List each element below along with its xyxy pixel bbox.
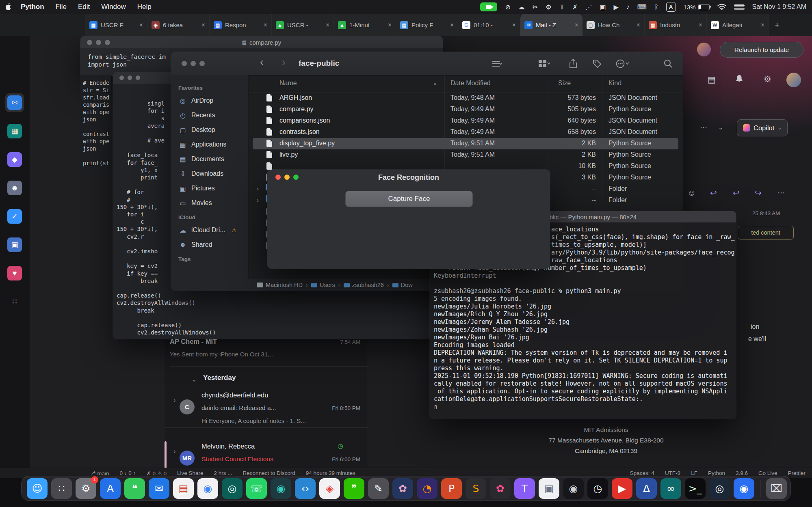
browser-tab[interactable]: ▤Policy F×: [396, 14, 458, 36]
firefox-dock-icon[interactable]: ◔: [417, 478, 437, 499]
minimize-icon[interactable]: [191, 61, 196, 66]
iterm-dock-icon[interactable]: >_: [685, 478, 706, 499]
reply-icon[interactable]: ↩: [710, 188, 717, 198]
camo-dock-icon[interactable]: ∞: [660, 478, 681, 499]
tab-close-icon[interactable]: ×: [388, 22, 392, 29]
docker-dock-icon[interactable]: ◉: [734, 478, 754, 499]
share-icon[interactable]: [569, 59, 577, 70]
disclosure-chevron-icon[interactable]: ›: [257, 185, 259, 192]
tab-close-icon[interactable]: ×: [450, 22, 454, 29]
app-store-dock-icon[interactable]: A: [100, 478, 121, 499]
sidebar-item-icloud-dri-[interactable]: ☁iCloud Dri...⚠: [171, 223, 248, 237]
photos-blue-dock-icon[interactable]: ✿: [392, 478, 413, 499]
chevron-down-icon[interactable]: ⌄: [192, 376, 197, 383]
rail-item-apps[interactable]: ∷: [5, 292, 24, 311]
control-center-icon[interactable]: [734, 4, 745, 10]
finder-toolbar[interactable]: [171, 52, 683, 76]
status-item[interactable]: 3.9.6: [736, 470, 748, 476]
blocked-content-button[interactable]: ted content: [738, 226, 794, 239]
column-header-kind[interactable]: Kind: [608, 80, 621, 87]
browser-profile-avatar[interactable]: [697, 43, 711, 56]
chevron-down-icon[interactable]: ⌄: [718, 124, 723, 131]
sidebar-item-movies[interactable]: ▭Movies: [171, 196, 248, 210]
forward-icon[interactable]: ›: [282, 56, 286, 69]
notebook-icon[interactable]: ▤: [708, 75, 716, 84]
reply-all-icon[interactable]: ↩: [733, 188, 740, 198]
input-source-icon[interactable]: A: [666, 2, 676, 12]
chrome-dock-icon[interactable]: ◉: [197, 478, 218, 499]
system-settings-dock-icon[interactable]: ⚙1: [76, 478, 96, 499]
traffic-lights[interactable]: [87, 40, 110, 45]
powerpoint-dock-icon[interactable]: P: [441, 478, 462, 499]
browser-tab[interactable]: G01:10 -×: [458, 14, 520, 36]
table-row[interactable]: contrasts.jsonToday, 9:49 AM658 bytesJSO…: [253, 127, 678, 138]
sublime-text-dock-icon[interactable]: S: [466, 478, 486, 499]
camera-in-use-indicator[interactable]: [480, 2, 497, 11]
mail-dock-icon[interactable]: ✉: [149, 478, 169, 499]
rail-item-calendar[interactable]: ▦: [5, 122, 24, 140]
browser-tab[interactable]: ◉6 takea×: [147, 14, 210, 36]
obs-dock-icon[interactable]: ◉: [563, 478, 584, 499]
tab-close-icon[interactable]: ×: [139, 22, 143, 29]
wechat-dock-icon[interactable]: ❞: [344, 478, 364, 499]
sidebar-item-downloads[interactable]: ⇩Downloads: [171, 166, 248, 181]
battery-indicator[interactable]: 13%: [684, 4, 710, 11]
steam-dock-icon[interactable]: ◎: [709, 478, 730, 499]
minimize-icon[interactable]: [128, 76, 132, 80]
table-row[interactable]: live.pyToday, 9:51 AM2 KBPython Source: [253, 149, 678, 161]
youtube-music-dock-icon[interactable]: ▶: [612, 478, 632, 499]
browser-tab[interactable]: ▦USCR F×: [85, 14, 147, 36]
zoom-icon[interactable]: [105, 40, 110, 45]
cloud-icon[interactable]: ☁: [518, 3, 525, 11]
forward-icon[interactable]: ↪: [755, 188, 762, 198]
whatsapp-dock-icon[interactable]: ☏: [246, 478, 267, 499]
status-item[interactable]: UTF-8: [665, 470, 680, 476]
table-row[interactable]: ARGH.jsonToday, 9:48 AM573 bytesJSON Doc…: [253, 93, 678, 104]
table-row[interactable]: compare.pyToday, 9:49 AM505 bytesPython …: [253, 104, 678, 115]
status-item[interactable]: LF: [691, 470, 697, 476]
menu-app-name[interactable]: Python: [21, 3, 44, 11]
menu-bar-clock[interactable]: Sat Nov 1 9:52 AM: [752, 3, 806, 11]
sidebar-item-airdrop[interactable]: ◎AirDrop: [171, 93, 248, 108]
upload-icon[interactable]: ⇧: [559, 3, 565, 11]
camera-app-dock-icon[interactable]: ◉: [271, 478, 291, 499]
face-recognition-dialog[interactable]: Face Recognition Capture Face: [267, 170, 550, 269]
tab-close-icon[interactable]: ×: [326, 22, 329, 29]
column-header-size[interactable]: Size: [558, 80, 571, 87]
clock-app-dock-icon[interactable]: ◷: [587, 478, 608, 499]
tab-close-icon[interactable]: ×: [637, 22, 640, 29]
rail-item-loop[interactable]: ◆: [5, 150, 24, 169]
sidebar-item-applications[interactable]: ▦Applications: [171, 137, 248, 152]
list-view-icon[interactable]: [492, 60, 502, 69]
status-item[interactable]: Python: [708, 470, 725, 476]
gear-icon[interactable]: ⚙: [546, 3, 551, 11]
table-row[interactable]: display_top_five.pyToday, 9:51 AM2 KBPyt…: [253, 138, 678, 149]
browser-tab[interactable]: ▲1-Minut×: [334, 14, 396, 36]
windows-icon[interactable]: ▣: [600, 3, 606, 11]
browser-tab[interactable]: ✉Mail - Z×: [520, 14, 582, 36]
rail-item-mail[interactable]: ✉: [5, 93, 24, 112]
copilot-button[interactable]: Copilot ⌄: [737, 119, 788, 136]
twitch-dock-icon[interactable]: T: [514, 478, 535, 499]
column-headers[interactable]: Name ∧ Date Modified Size Kind: [249, 75, 683, 93]
sidebar-item-desktop[interactable]: ▢Desktop: [171, 123, 248, 137]
tab-close-icon[interactable]: ×: [201, 22, 205, 29]
column-header-name[interactable]: Name: [279, 80, 297, 87]
webex-dock-icon[interactable]: ◎: [222, 478, 243, 499]
tab-close-icon[interactable]: ×: [699, 22, 702, 29]
capture-face-button[interactable]: Capture Face: [345, 191, 473, 207]
back-icon[interactable]: ‹: [260, 56, 264, 69]
dots-icon[interactable]: ⋰: [585, 3, 592, 11]
messages-dock-icon[interactable]: ❝: [124, 478, 145, 499]
traffic-lights[interactable]: [119, 76, 140, 80]
code-window-strip[interactable]: # Encodesfr = Sisfr.loadcompariswith ope…: [80, 75, 111, 173]
scissors-icon[interactable]: ✂: [533, 3, 538, 11]
list-item[interactable]: › C chynds@deerfield.edu dainfo email: R…: [165, 388, 368, 428]
rail-item-todo[interactable]: ✓: [5, 207, 24, 226]
delta-app-dock-icon[interactable]: Δ: [636, 478, 657, 499]
zoom-icon[interactable]: [136, 76, 140, 80]
group-view-icon[interactable]: [539, 60, 550, 69]
tab-close-icon[interactable]: ×: [761, 22, 764, 29]
status-item[interactable]: Go Live: [758, 470, 777, 476]
zoom-icon[interactable]: [199, 61, 205, 66]
